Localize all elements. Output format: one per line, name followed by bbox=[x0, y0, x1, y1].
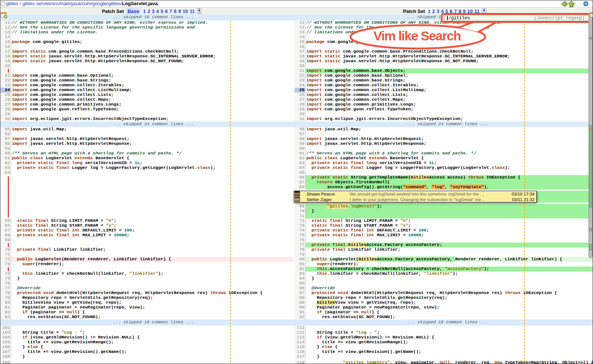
svg-text:Vim like Search: Vim like Search bbox=[373, 29, 461, 43]
